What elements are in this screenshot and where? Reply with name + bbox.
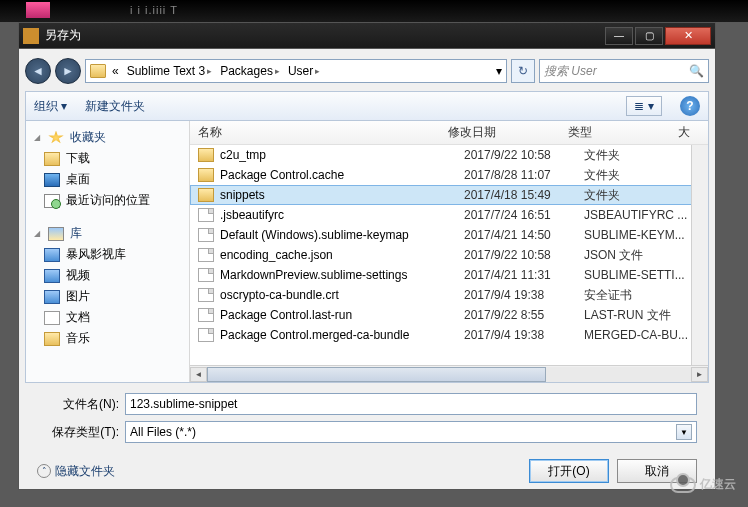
refresh-button[interactable]: ↻ xyxy=(511,59,535,83)
scroll-left-icon[interactable]: ◄ xyxy=(190,367,207,382)
sidebar-item-recent[interactable]: 最近访问的位置 xyxy=(26,190,189,211)
video-icon xyxy=(44,269,60,283)
cloud-icon xyxy=(670,477,696,493)
file-icon xyxy=(198,328,214,342)
sidebar-item-videos[interactable]: 视频 xyxy=(26,265,189,286)
address-bar[interactable]: « Sublime Text 3 ▸ Packages ▸ User ▸ ▾ xyxy=(85,59,507,83)
table-row[interactable]: snippets2017/4/18 15:49文件夹 xyxy=(190,185,708,205)
music-icon xyxy=(44,332,60,346)
picture-icon xyxy=(44,290,60,304)
file-icon xyxy=(198,308,214,322)
sidebar-favorites-head[interactable]: 收藏夹 xyxy=(26,127,189,148)
folder-icon xyxy=(90,64,106,78)
sidebar-item-video-lib[interactable]: 暴风影视库 xyxy=(26,244,189,265)
file-name: c2u_tmp xyxy=(220,148,464,162)
folder-icon xyxy=(44,152,60,166)
toolbar: 组织 ▾ 新建文件夹 ≣ ▾ ? xyxy=(25,91,709,121)
minimize-button[interactable] xyxy=(605,27,633,45)
file-name: oscrypto-ca-bundle.crt xyxy=(220,288,464,302)
nav-back-button[interactable]: ◄ xyxy=(25,58,51,84)
chevron-down-icon[interactable]: ▼ xyxy=(676,424,692,440)
file-date: 2017/9/22 10:58 xyxy=(464,248,584,262)
window-title: 另存为 xyxy=(45,27,605,44)
table-row[interactable]: Package Control.merged-ca-bundle2017/9/4… xyxy=(190,325,708,345)
new-folder-button[interactable]: 新建文件夹 xyxy=(85,98,145,115)
column-headers[interactable]: 名称 修改日期 类型 大 xyxy=(190,121,708,145)
col-size[interactable]: 大 xyxy=(678,124,708,141)
file-date: 2017/4/18 15:49 xyxy=(464,188,584,202)
sidebar-item-documents[interactable]: 文档 xyxy=(26,307,189,328)
sidebar-item-pictures[interactable]: 图片 xyxy=(26,286,189,307)
file-icon xyxy=(198,208,214,222)
file-type: MERGED-CA-BU... xyxy=(584,328,694,342)
table-row[interactable]: Default (Windows).sublime-keymap2017/4/2… xyxy=(190,225,708,245)
vertical-scrollbar[interactable] xyxy=(691,145,708,365)
table-row[interactable]: c2u_tmp2017/9/22 10:58文件夹 xyxy=(190,145,708,165)
view-options-button[interactable]: ≣ ▾ xyxy=(626,96,662,116)
file-name: Default (Windows).sublime-keymap xyxy=(220,228,464,242)
nav-forward-button[interactable]: ► xyxy=(55,58,81,84)
folder-icon xyxy=(198,168,214,182)
file-name: .jsbeautifyrc xyxy=(220,208,464,222)
file-name: MarkdownPreview.sublime-settings xyxy=(220,268,464,282)
table-row[interactable]: encoding_cache.json2017/9/22 10:58JSON 文… xyxy=(190,245,708,265)
table-row[interactable]: oscrypto-ca-bundle.crt2017/9/4 19:38安全证书 xyxy=(190,285,708,305)
video-icon xyxy=(44,248,60,262)
table-row[interactable]: MarkdownPreview.sublime-settings2017/4/2… xyxy=(190,265,708,285)
star-icon xyxy=(48,131,64,145)
file-name: Package Control.merged-ca-bundle xyxy=(220,328,464,342)
col-name[interactable]: 名称 xyxy=(198,124,448,141)
file-type: 文件夹 xyxy=(584,167,694,184)
file-date: 2017/9/22 8:55 xyxy=(464,308,584,322)
search-input[interactable]: 搜索 User 🔍 xyxy=(539,59,709,83)
breadcrumb-overflow[interactable]: « xyxy=(110,64,121,78)
file-name: snippets xyxy=(220,188,464,202)
table-row[interactable]: Package Control.cache2017/8/28 11:07文件夹 xyxy=(190,165,708,185)
file-date: 2017/4/21 11:31 xyxy=(464,268,584,282)
breadcrumb-item[interactable]: Packages ▸ xyxy=(218,64,282,78)
help-button[interactable]: ? xyxy=(680,96,700,116)
document-icon xyxy=(44,311,60,325)
maximize-button[interactable] xyxy=(635,27,663,45)
file-icon xyxy=(198,248,214,262)
horizontal-scrollbar[interactable]: ◄ ► xyxy=(190,365,708,382)
open-button[interactable]: 打开(O) xyxy=(529,459,609,483)
sidebar-libraries-head[interactable]: 库 xyxy=(26,223,189,244)
library-icon xyxy=(48,227,64,241)
file-date: 2017/7/24 16:51 xyxy=(464,208,584,222)
file-type: 文件夹 xyxy=(584,187,694,204)
filename-input[interactable] xyxy=(125,393,697,415)
file-date: 2017/9/4 19:38 xyxy=(464,288,584,302)
scroll-right-icon[interactable]: ► xyxy=(691,367,708,382)
app-icon xyxy=(23,28,39,44)
file-list-area: 名称 修改日期 类型 大 c2u_tmp2017/9/22 10:58文件夹Pa… xyxy=(190,121,708,382)
titlebar[interactable]: 另存为 xyxy=(18,22,716,48)
breadcrumb-item[interactable]: User ▸ xyxy=(286,64,322,78)
file-date: 2017/8/28 11:07 xyxy=(464,168,584,182)
hide-folders-toggle[interactable]: ˄ 隐藏文件夹 xyxy=(37,463,115,480)
sidebar-item-downloads[interactable]: 下载 xyxy=(26,148,189,169)
organize-menu[interactable]: 组织 ▾ xyxy=(34,98,67,115)
file-type: 安全证书 xyxy=(584,287,694,304)
table-row[interactable]: Package Control.last-run2017/9/22 8:55LA… xyxy=(190,305,708,325)
filetype-label: 保存类型(T): xyxy=(37,424,119,441)
breadcrumb-item[interactable]: Sublime Text 3 ▸ xyxy=(125,64,215,78)
col-modified[interactable]: 修改日期 xyxy=(448,124,568,141)
filename-field[interactable] xyxy=(130,397,692,411)
close-button[interactable] xyxy=(665,27,711,45)
breadcrumb-dropdown-icon[interactable]: ▾ xyxy=(496,64,502,78)
background-text: i i i.iiii T xyxy=(130,4,178,16)
sidebar-item-desktop[interactable]: 桌面 xyxy=(26,169,189,190)
file-name: Package Control.cache xyxy=(220,168,464,182)
sidebar-item-music[interactable]: 音乐 xyxy=(26,328,189,349)
file-type: SUBLIME-SETTI... xyxy=(584,268,694,282)
desktop-icon xyxy=(44,173,60,187)
file-icon xyxy=(198,288,214,302)
watermark: 亿速云 xyxy=(670,476,736,493)
table-row[interactable]: .jsbeautifyrc2017/7/24 16:51JSBEAUTIFYRC… xyxy=(190,205,708,225)
file-icon xyxy=(198,268,214,282)
filetype-combo[interactable]: All Files (*.*) ▼ xyxy=(125,421,697,443)
scroll-thumb[interactable] xyxy=(207,367,546,382)
col-type[interactable]: 类型 xyxy=(568,124,678,141)
file-type: JSON 文件 xyxy=(584,247,694,264)
